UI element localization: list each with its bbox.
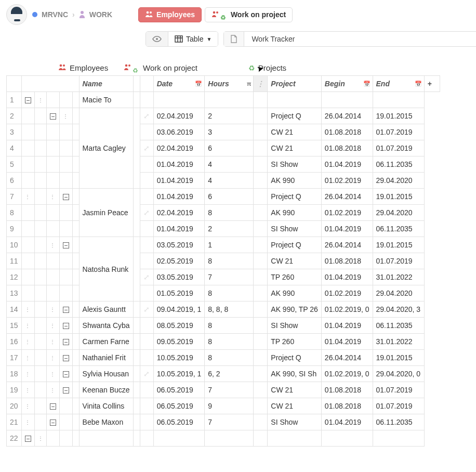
collapse-toggle[interactable] xyxy=(21,430,34,447)
cell-name[interactable]: Bebe Maxon xyxy=(79,414,133,430)
cell-hours[interactable] xyxy=(205,92,254,108)
cell-project[interactable]: SI Show xyxy=(268,414,322,430)
cell-date[interactable]: 03.05.2019 xyxy=(153,237,205,253)
expand-glyph[interactable]: ⤢ xyxy=(140,140,153,156)
row-menu[interactable]: ⋮ xyxy=(46,366,59,382)
row-menu[interactable]: ⋮ xyxy=(46,350,59,366)
cell-end[interactable]: 01.07.2019 xyxy=(373,253,424,269)
row-menu[interactable]: ⋮ xyxy=(46,318,59,334)
cell-date[interactable] xyxy=(153,92,205,108)
cell-name[interactable]: Natosha Runk xyxy=(79,237,133,301)
collapse-toggle[interactable] xyxy=(59,237,72,253)
row-menu[interactable]: ⋮ xyxy=(21,350,34,366)
cell-hours[interactable]: 9 xyxy=(205,398,254,414)
cell-date[interactable]: 01.05.2019 xyxy=(153,285,205,301)
cell-project[interactable]: SI Show xyxy=(268,318,322,334)
cell-project[interactable]: Project Q xyxy=(268,189,322,205)
cell-end[interactable]: 19.01.2015 xyxy=(373,237,424,253)
cell-hours[interactable]: 2 xyxy=(205,221,254,237)
cell-date[interactable]: 01.04.2019 xyxy=(153,189,205,205)
table-tab-projects[interactable]: ♻ ➤ Projects xyxy=(244,61,290,74)
cell-hours[interactable] xyxy=(205,430,254,447)
row-menu[interactable]: ⋮ xyxy=(46,334,59,350)
row-menu[interactable]: ⋮ xyxy=(21,414,34,430)
cell-project[interactable]: AK 990 xyxy=(268,205,322,221)
cell-end[interactable]: 29.04.2020, 3 xyxy=(373,301,424,318)
cell-date[interactable]: 06.05.2019 xyxy=(153,398,205,414)
cell-begin[interactable]: 01.02.2019 xyxy=(321,173,373,189)
cell-project[interactable]: CW 21 xyxy=(268,124,322,140)
cell-project[interactable]: CW 21 xyxy=(268,140,322,156)
cell-begin[interactable]: 01.08.2018 xyxy=(321,382,373,398)
doc-title[interactable]: Work Tracker xyxy=(244,32,302,46)
cell-begin[interactable]: 26.04.2014 xyxy=(321,350,373,366)
row-menu[interactable]: ⋮ xyxy=(21,189,34,205)
cell-hours[interactable]: 6, 2 xyxy=(205,366,254,382)
cell-hours[interactable]: 8 xyxy=(205,334,254,350)
cell-end[interactable]: 06.11.2035 xyxy=(373,156,424,173)
cell-date[interactable]: 01.04.2019 xyxy=(153,156,205,173)
collapse-toggle[interactable] xyxy=(59,334,72,350)
row-menu[interactable]: ⋮ xyxy=(21,301,34,318)
cell-name[interactable]: Alexis Gauntt xyxy=(79,301,133,318)
col-sep[interactable]: ⋮ xyxy=(254,76,268,92)
cell-date[interactable]: 02.05.2019 xyxy=(153,253,205,269)
collapse-toggle[interactable] xyxy=(59,366,72,382)
cell-end[interactable]: 01.07.2019 xyxy=(373,124,424,140)
cell-hours[interactable]: 4 xyxy=(205,173,254,189)
cell-date[interactable]: 06.05.2019 xyxy=(153,382,205,398)
doc-file-button[interactable] xyxy=(224,32,244,46)
col-end[interactable]: End📅 xyxy=(373,76,424,92)
row-menu[interactable]: ⋮ xyxy=(46,301,59,318)
cell-name[interactable]: Vinita Collins xyxy=(79,398,133,414)
cell-date[interactable]: 02.04.2019 xyxy=(153,205,205,221)
cell-hours[interactable]: 8 xyxy=(205,285,254,301)
cell-hours[interactable]: 8, 8, 8 xyxy=(205,301,254,318)
cell-project[interactable]: SI Show xyxy=(268,221,322,237)
collapse-toggle[interactable] xyxy=(46,398,59,414)
collapse-toggle[interactable] xyxy=(59,318,72,334)
cell-date[interactable]: 08.05.2019 xyxy=(153,318,205,334)
cell-date[interactable]: 02.04.2019 xyxy=(153,108,205,124)
collapse-toggle[interactable] xyxy=(59,189,72,205)
cell-name[interactable]: Marta Cagley xyxy=(79,108,133,189)
chip-work-on-project[interactable]: Work on project xyxy=(205,7,293,22)
cell-hours[interactable]: 7 xyxy=(205,382,254,398)
breadcrumb-section[interactable]: WORK xyxy=(89,10,112,19)
cell-project[interactable]: TP 260 xyxy=(268,269,322,285)
cell-date[interactable]: 03.06.2019 xyxy=(153,124,205,140)
cell-hours[interactable]: 6 xyxy=(205,140,254,156)
row-menu[interactable]: ⋮ xyxy=(21,334,34,350)
cell-project[interactable]: SI Show xyxy=(268,156,322,173)
cell-end[interactable]: 29.04.2020, 0 xyxy=(373,366,424,382)
cell-end[interactable]: 19.01.2015 xyxy=(373,350,424,366)
collapse-toggle[interactable] xyxy=(59,301,72,318)
cell-hours[interactable]: 1 xyxy=(205,237,254,253)
cell-begin[interactable] xyxy=(321,92,373,108)
cell-project[interactable]: Project Q xyxy=(268,350,322,366)
cell-project[interactable] xyxy=(268,430,322,447)
cell-hours[interactable]: 8 xyxy=(205,205,254,221)
cell-hours[interactable]: 7 xyxy=(205,269,254,285)
col-hours[interactable]: Hoursπ xyxy=(205,76,254,92)
cell-begin[interactable]: 01.08.2018 xyxy=(321,398,373,414)
cell-end[interactable]: 01.07.2019 xyxy=(373,398,424,414)
cell-project[interactable] xyxy=(268,92,322,108)
cell-project[interactable]: Project Q xyxy=(268,237,322,253)
cell-project[interactable]: CW 21 xyxy=(268,253,322,269)
table-tab-employees[interactable]: Employees xyxy=(54,61,112,74)
row-menu[interactable]: ⋮ xyxy=(21,398,34,414)
cell-begin[interactable]: 01.02.2019, 0 xyxy=(321,301,373,318)
col-project[interactable]: Project xyxy=(268,76,322,92)
cell-begin[interactable]: 26.04.2014 xyxy=(321,189,373,205)
cell-begin[interactable]: 01.04.2019 xyxy=(321,156,373,173)
row-menu[interactable]: ⋮ xyxy=(21,382,34,398)
expand-glyph[interactable]: ⤢ xyxy=(140,108,153,124)
col-date[interactable]: Date📅 xyxy=(153,76,205,92)
cell-begin[interactable]: 01.04.2019 xyxy=(321,318,373,334)
cell-hours[interactable]: 8 xyxy=(205,350,254,366)
expand-glyph[interactable]: ⤢ xyxy=(140,301,153,318)
cell-name[interactable]: Sylvia Housan xyxy=(79,366,133,382)
cell-name[interactable]: Nathaniel Frit xyxy=(79,350,133,366)
cell-begin[interactable]: 01.02.2019 xyxy=(321,205,373,221)
